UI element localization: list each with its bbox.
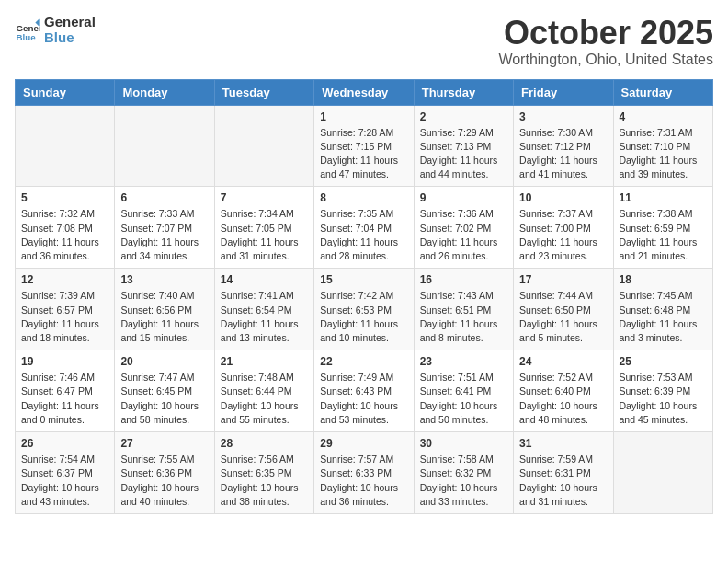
day-info: Sunrise: 7:41 AM Sunset: 6:54 PM Dayligh… — [221, 289, 308, 345]
day-number: 7 — [221, 191, 308, 204]
day-info: Sunrise: 7:53 AM Sunset: 6:39 PM Dayligh… — [620, 371, 707, 427]
day-number: 16 — [420, 273, 507, 286]
weekday-header: Wednesday — [314, 79, 414, 105]
day-info: Sunrise: 7:59 AM Sunset: 6:31 PM Dayligh… — [519, 453, 607, 509]
svg-text:Blue: Blue — [16, 32, 36, 42]
calendar-cell: 26Sunrise: 7:54 AM Sunset: 6:37 PM Dayli… — [16, 432, 115, 514]
day-number: 14 — [221, 273, 308, 286]
day-number: 12 — [21, 273, 108, 286]
calendar-cell: 14Sunrise: 7:41 AM Sunset: 6:54 PM Dayli… — [214, 269, 313, 350]
day-number: 28 — [221, 437, 308, 450]
day-number: 30 — [420, 437, 507, 450]
calendar-cell: 17Sunrise: 7:44 AM Sunset: 6:50 PM Dayli… — [514, 269, 613, 350]
day-number: 6 — [120, 191, 208, 204]
calendar-table: SundayMondayTuesdayWednesdayThursdayFrid… — [15, 79, 713, 514]
calendar-cell: 30Sunrise: 7:58 AM Sunset: 6:32 PM Dayli… — [414, 432, 513, 514]
day-number: 17 — [519, 273, 607, 286]
day-number: 2 — [420, 110, 507, 123]
calendar-cell: 16Sunrise: 7:43 AM Sunset: 6:51 PM Dayli… — [414, 269, 513, 350]
day-number: 8 — [320, 191, 407, 204]
weekday-header: Sunday — [16, 79, 115, 105]
day-number: 21 — [221, 355, 308, 368]
title-block: October 2025 Worthington, Ohio, United S… — [498, 15, 713, 68]
day-info: Sunrise: 7:37 AM Sunset: 7:00 PM Dayligh… — [519, 207, 607, 263]
day-number: 18 — [620, 273, 707, 286]
calendar-cell: 8Sunrise: 7:35 AM Sunset: 7:04 PM Daylig… — [314, 187, 414, 269]
calendar-cell: 1Sunrise: 7:28 AM Sunset: 7:15 PM Daylig… — [314, 105, 414, 187]
calendar-cell: 2Sunrise: 7:29 AM Sunset: 7:13 PM Daylig… — [414, 105, 513, 187]
calendar-cell: 19Sunrise: 7:46 AM Sunset: 6:47 PM Dayli… — [16, 350, 115, 432]
day-info: Sunrise: 7:54 AM Sunset: 6:37 PM Dayligh… — [21, 453, 108, 509]
day-info: Sunrise: 7:43 AM Sunset: 6:51 PM Dayligh… — [420, 289, 507, 345]
calendar-week-row: 26Sunrise: 7:54 AM Sunset: 6:37 PM Dayli… — [16, 432, 713, 514]
calendar-cell: 9Sunrise: 7:36 AM Sunset: 7:02 PM Daylig… — [414, 187, 513, 269]
day-info: Sunrise: 7:39 AM Sunset: 6:57 PM Dayligh… — [21, 289, 108, 345]
location-title: Worthington, Ohio, United States — [498, 52, 713, 68]
day-number: 10 — [519, 191, 607, 204]
day-info: Sunrise: 7:42 AM Sunset: 6:53 PM Dayligh… — [320, 289, 407, 345]
calendar-cell: 7Sunrise: 7:34 AM Sunset: 7:05 PM Daylig… — [214, 187, 313, 269]
day-number: 19 — [21, 355, 108, 368]
day-info: Sunrise: 7:40 AM Sunset: 6:56 PM Dayligh… — [120, 289, 208, 345]
day-number: 20 — [120, 355, 208, 368]
day-info: Sunrise: 7:51 AM Sunset: 6:41 PM Dayligh… — [420, 371, 507, 427]
day-info: Sunrise: 7:34 AM Sunset: 7:05 PM Dayligh… — [221, 207, 308, 263]
weekday-header: Thursday — [414, 79, 513, 105]
calendar-week-row: 1Sunrise: 7:28 AM Sunset: 7:15 PM Daylig… — [16, 105, 713, 187]
day-number: 1 — [320, 110, 407, 123]
day-number: 11 — [620, 191, 707, 204]
day-info: Sunrise: 7:38 AM Sunset: 6:59 PM Dayligh… — [620, 207, 707, 263]
calendar-cell: 24Sunrise: 7:52 AM Sunset: 6:40 PM Dayli… — [514, 350, 613, 432]
calendar-week-row: 19Sunrise: 7:46 AM Sunset: 6:47 PM Dayli… — [16, 350, 713, 432]
weekday-header: Tuesday — [214, 79, 313, 105]
calendar-cell: 10Sunrise: 7:37 AM Sunset: 7:00 PM Dayli… — [514, 187, 613, 269]
day-info: Sunrise: 7:49 AM Sunset: 6:43 PM Dayligh… — [320, 371, 407, 427]
weekday-header: Friday — [514, 79, 613, 105]
day-number: 27 — [120, 437, 208, 450]
logo: General Blue General Blue — [15, 15, 96, 45]
day-info: Sunrise: 7:44 AM Sunset: 6:50 PM Dayligh… — [519, 289, 607, 345]
calendar-week-row: 12Sunrise: 7:39 AM Sunset: 6:57 PM Dayli… — [16, 269, 713, 350]
day-number: 24 — [519, 355, 607, 368]
calendar-cell — [613, 432, 712, 514]
calendar-cell: 15Sunrise: 7:42 AM Sunset: 6:53 PM Dayli… — [314, 269, 414, 350]
day-info: Sunrise: 7:36 AM Sunset: 7:02 PM Dayligh… — [420, 207, 507, 263]
calendar-cell: 3Sunrise: 7:30 AM Sunset: 7:12 PM Daylig… — [514, 105, 613, 187]
day-number: 22 — [320, 355, 407, 368]
logo-icon: General Blue — [15, 17, 40, 43]
day-info: Sunrise: 7:30 AM Sunset: 7:12 PM Dayligh… — [519, 126, 607, 182]
calendar-cell: 20Sunrise: 7:47 AM Sunset: 6:45 PM Dayli… — [115, 350, 214, 432]
day-info: Sunrise: 7:48 AM Sunset: 6:44 PM Dayligh… — [221, 371, 308, 427]
calendar-cell — [214, 105, 313, 187]
logo-general-text: General — [44, 15, 96, 30]
calendar-cell: 12Sunrise: 7:39 AM Sunset: 6:57 PM Dayli… — [16, 269, 115, 350]
calendar-cell: 27Sunrise: 7:55 AM Sunset: 6:36 PM Dayli… — [115, 432, 214, 514]
day-info: Sunrise: 7:35 AM Sunset: 7:04 PM Dayligh… — [320, 207, 407, 263]
day-info: Sunrise: 7:32 AM Sunset: 7:08 PM Dayligh… — [21, 207, 108, 263]
day-info: Sunrise: 7:58 AM Sunset: 6:32 PM Dayligh… — [420, 453, 507, 509]
day-info: Sunrise: 7:55 AM Sunset: 6:36 PM Dayligh… — [120, 453, 208, 509]
calendar-cell: 21Sunrise: 7:48 AM Sunset: 6:44 PM Dayli… — [214, 350, 313, 432]
calendar-cell: 13Sunrise: 7:40 AM Sunset: 6:56 PM Dayli… — [115, 269, 214, 350]
calendar-cell: 4Sunrise: 7:31 AM Sunset: 7:10 PM Daylig… — [613, 105, 712, 187]
day-number: 26 — [21, 437, 108, 450]
calendar-cell: 25Sunrise: 7:53 AM Sunset: 6:39 PM Dayli… — [613, 350, 712, 432]
calendar-cell: 6Sunrise: 7:33 AM Sunset: 7:07 PM Daylig… — [115, 187, 214, 269]
day-number: 25 — [620, 355, 707, 368]
weekday-header: Saturday — [613, 79, 712, 105]
calendar-cell: 18Sunrise: 7:45 AM Sunset: 6:48 PM Dayli… — [613, 269, 712, 350]
day-info: Sunrise: 7:47 AM Sunset: 6:45 PM Dayligh… — [120, 371, 208, 427]
calendar-cell — [16, 105, 115, 187]
day-info: Sunrise: 7:52 AM Sunset: 6:40 PM Dayligh… — [519, 371, 607, 427]
day-number: 9 — [420, 191, 507, 204]
day-number: 3 — [519, 110, 607, 123]
day-number: 23 — [420, 355, 507, 368]
day-info: Sunrise: 7:57 AM Sunset: 6:33 PM Dayligh… — [320, 453, 407, 509]
day-info: Sunrise: 7:29 AM Sunset: 7:13 PM Dayligh… — [420, 126, 507, 182]
calendar-cell: 5Sunrise: 7:32 AM Sunset: 7:08 PM Daylig… — [16, 187, 115, 269]
calendar-week-row: 5Sunrise: 7:32 AM Sunset: 7:08 PM Daylig… — [16, 187, 713, 269]
logo-blue-text: Blue — [44, 30, 96, 46]
day-info: Sunrise: 7:46 AM Sunset: 6:47 PM Dayligh… — [21, 371, 108, 427]
calendar-cell: 31Sunrise: 7:59 AM Sunset: 6:31 PM Dayli… — [514, 432, 613, 514]
day-info: Sunrise: 7:45 AM Sunset: 6:48 PM Dayligh… — [620, 289, 707, 345]
